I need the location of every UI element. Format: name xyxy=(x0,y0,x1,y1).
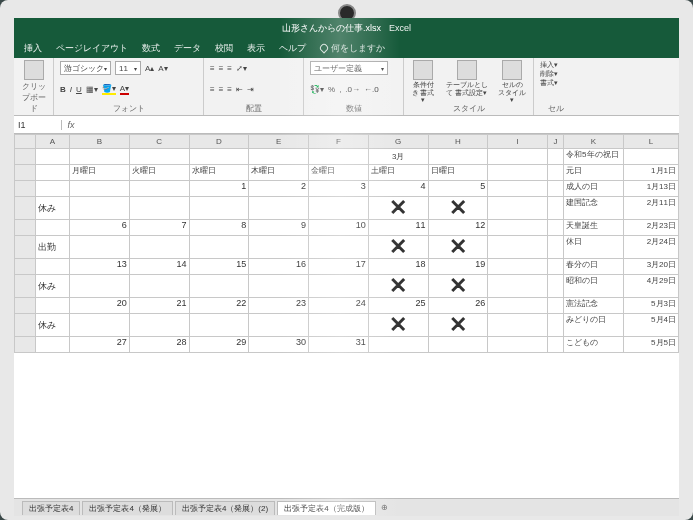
align-top-icon[interactable]: ≡ xyxy=(210,64,215,73)
indent-inc-icon[interactable]: ⇥ xyxy=(247,85,254,94)
row-hdr[interactable] xyxy=(15,259,36,275)
col-F[interactable]: F xyxy=(309,135,369,149)
day-sat[interactable]: 土曜日 xyxy=(368,165,428,181)
cell[interactable]: 2 xyxy=(249,181,309,197)
holiday-date[interactable]: 2月23日 xyxy=(623,220,678,236)
x-mark[interactable]: ✕ xyxy=(368,236,428,259)
align-bottom-icon[interactable]: ≡ xyxy=(227,64,232,73)
row-label[interactable]: 休み xyxy=(35,314,69,337)
percent-icon[interactable]: % xyxy=(328,85,335,94)
cell[interactable]: 24 xyxy=(309,298,369,314)
row-label[interactable]: 休み xyxy=(35,197,69,220)
cell[interactable] xyxy=(70,181,130,197)
font-name-select[interactable]: 游ゴシック▾ xyxy=(60,61,111,75)
inc-decimal-icon[interactable]: .0→ xyxy=(345,85,360,94)
row-hdr[interactable] xyxy=(15,181,36,197)
month-header[interactable]: 3月 xyxy=(368,149,428,165)
decrease-font-icon[interactable]: A▾ xyxy=(158,64,167,73)
cell[interactable]: 29 xyxy=(189,337,249,353)
cell[interactable]: 10 xyxy=(309,220,369,236)
align-left-icon[interactable]: ≡ xyxy=(210,85,215,94)
holiday-name[interactable]: 憲法記念 xyxy=(564,298,624,314)
holiday-name[interactable]: みどりの日 xyxy=(564,314,624,337)
font-size-select[interactable]: 11▾ xyxy=(115,61,141,75)
holiday-date[interactable]: 1月13日 xyxy=(623,181,678,197)
tab-page-layout[interactable]: ページレイアウト xyxy=(56,42,128,55)
day-mon[interactable]: 月曜日 xyxy=(70,165,130,181)
holiday-date[interactable]: 2月24日 xyxy=(623,236,678,259)
worksheet[interactable]: A B C D E F G H I J K L 3月 xyxy=(14,134,679,498)
tab-view[interactable]: 表示 xyxy=(247,42,265,55)
cell[interactable]: 16 xyxy=(249,259,309,275)
cell[interactable]: 31 xyxy=(309,337,369,353)
sheet-tab[interactable]: 出張予定表4 xyxy=(22,501,80,515)
cell[interactable]: 7 xyxy=(129,220,189,236)
col-G[interactable]: G xyxy=(368,135,428,149)
day-fri[interactable]: 金曜日 xyxy=(309,165,369,181)
holiday-name[interactable]: 成人の日 xyxy=(564,181,624,197)
italic-button[interactable]: I xyxy=(70,85,72,94)
table-format-button[interactable]: テーブルとして 書式設定▾ xyxy=(444,60,489,96)
col-E[interactable]: E xyxy=(249,135,309,149)
cell-style-button[interactable]: セルの スタイル▾ xyxy=(497,60,527,104)
cell[interactable]: 20 xyxy=(70,298,130,314)
cell[interactable] xyxy=(129,181,189,197)
cell[interactable]: 30 xyxy=(249,337,309,353)
day-sun[interactable]: 日曜日 xyxy=(428,165,488,181)
row-label[interactable]: 出勤 xyxy=(35,236,69,259)
day-tue[interactable]: 火曜日 xyxy=(129,165,189,181)
grid[interactable]: A B C D E F G H I J K L 3月 xyxy=(14,134,679,353)
sheet-tab[interactable]: 出張予定表4（発展） xyxy=(82,501,172,515)
name-box[interactable]: I1 xyxy=(14,120,62,130)
x-mark[interactable]: ✕ xyxy=(428,314,488,337)
holiday-name[interactable]: 建国記念 xyxy=(564,197,624,220)
holiday-name[interactable]: 春分の日 xyxy=(564,259,624,275)
cell[interactable] xyxy=(428,337,488,353)
format-cells-button[interactable]: 書式▾ xyxy=(540,78,572,87)
col-D[interactable]: D xyxy=(189,135,249,149)
cell[interactable]: 21 xyxy=(129,298,189,314)
currency-icon[interactable]: 💱▾ xyxy=(310,85,324,94)
holiday-name[interactable]: 休日 xyxy=(564,236,624,259)
delete-cells-button[interactable]: 削除▾ xyxy=(540,69,572,78)
holiday-name[interactable]: こどもの xyxy=(564,337,624,353)
col-L[interactable]: L xyxy=(623,135,678,149)
row-hdr[interactable] xyxy=(15,149,36,165)
row-hdr[interactable] xyxy=(15,236,36,259)
holiday-date[interactable]: 3月20日 xyxy=(623,259,678,275)
cell[interactable]: 3 xyxy=(309,181,369,197)
cell[interactable]: 15 xyxy=(189,259,249,275)
cell[interactable]: 1 xyxy=(189,181,249,197)
align-center-icon[interactable]: ≡ xyxy=(219,85,224,94)
fill-color-button[interactable]: 🪣▾ xyxy=(102,84,116,95)
row-label[interactable]: 休み xyxy=(35,275,69,298)
row-hdr[interactable] xyxy=(15,197,36,220)
font-color-button[interactable]: A▾ xyxy=(120,84,129,95)
cell[interactable]: 17 xyxy=(309,259,369,275)
insert-cells-button[interactable]: 挿入▾ xyxy=(540,60,572,69)
sheet-tab-active[interactable]: 出張予定表4（完成版） xyxy=(277,501,375,515)
cell[interactable]: 23 xyxy=(249,298,309,314)
holiday-name[interactable]: 元日 xyxy=(564,165,624,181)
align-right-icon[interactable]: ≡ xyxy=(227,85,232,94)
day-wed[interactable]: 水曜日 xyxy=(189,165,249,181)
x-mark[interactable]: ✕ xyxy=(428,236,488,259)
comma-icon[interactable]: , xyxy=(339,85,341,94)
cell[interactable]: 28 xyxy=(129,337,189,353)
align-middle-icon[interactable]: ≡ xyxy=(219,64,224,73)
tell-me[interactable]: 何をしますか xyxy=(320,42,385,55)
holiday-name[interactable]: 天皇誕生 xyxy=(564,220,624,236)
increase-font-icon[interactable]: A▴ xyxy=(145,64,154,73)
add-sheet-icon[interactable]: ⊕ xyxy=(378,503,392,512)
holiday-date[interactable]: 5月5日 xyxy=(623,337,678,353)
border-button[interactable]: ▦▾ xyxy=(86,85,98,94)
sheet-tab[interactable]: 出張予定表4（発展）(2) xyxy=(175,501,275,515)
row-hdr[interactable] xyxy=(15,314,36,337)
cell[interactable] xyxy=(368,337,428,353)
row-hdr[interactable] xyxy=(15,165,36,181)
col-J[interactable]: J xyxy=(548,135,564,149)
number-format-select[interactable]: ユーザー定義▾ xyxy=(310,61,388,75)
underline-button[interactable]: U xyxy=(76,85,82,94)
cell[interactable]: 27 xyxy=(70,337,130,353)
row-hdr[interactable] xyxy=(15,275,36,298)
